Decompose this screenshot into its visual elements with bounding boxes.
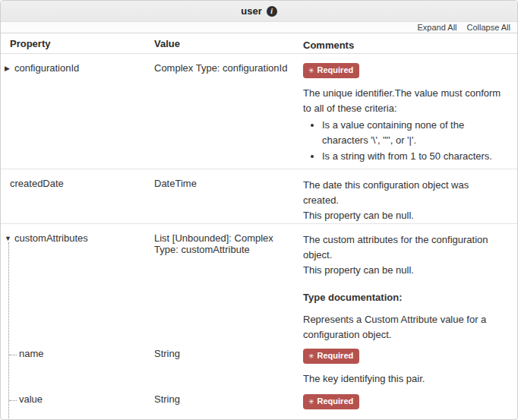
value-cell: String	[153, 343, 303, 388]
property-nullable-note: This property can be null.	[303, 208, 505, 223]
collapse-all-link[interactable]: Collapse All	[467, 23, 510, 32]
property-description: The key identifying this pair.	[303, 371, 505, 387]
comments-cell: The date this configuration object was c…	[303, 169, 517, 223]
property-cell: ▶configurationId	[1, 54, 153, 169]
table-row-customAttributes: ▼customAttributes List [Unbounded]: Comp…	[1, 224, 517, 343]
asterisk-icon: ✳	[308, 398, 314, 406]
table-header-row: Property Value Comments	[1, 33, 517, 54]
tree-branch-line	[9, 400, 17, 401]
table-row-name: name String ✳Required The key identifyin…	[1, 343, 517, 388]
criteria-list: Is a value containing none of the charac…	[307, 118, 505, 164]
property-description: The custom attributes for the configurat…	[303, 232, 505, 263]
tree-connector-line	[8, 242, 9, 420]
comments-cell: ✳Required The key identifying this pair.	[303, 343, 517, 388]
asterisk-icon: ✳	[308, 67, 314, 74]
type-documentation-text: Represents a Custom Attribute value for …	[303, 312, 505, 343]
required-badge: ✳Required	[303, 394, 359, 409]
comments-cell: ✳Required The unique identifier.The valu…	[303, 54, 517, 169]
table-row-configurationId: ▶configurationId Complex Type: configura…	[1, 54, 517, 169]
value-cell: DateTime	[153, 169, 303, 223]
schema-table-panel: user i Expand All Collapse All Property …	[0, 0, 518, 420]
table-row-createdDate: createdDate DateTime The date this confi…	[1, 169, 517, 224]
property-description: The value of this pair.	[303, 417, 505, 420]
value-cell: Complex Type: configurationId	[153, 54, 303, 169]
column-header-comments: Comments	[303, 33, 517, 53]
property-description: The date this configuration object was c…	[303, 178, 505, 208]
panel-titlebar: user i	[1, 1, 517, 22]
property-nullable-note: This property can be null.	[303, 263, 505, 278]
asterisk-icon: ✳	[308, 352, 314, 360]
comments-cell: The custom attributes for the configurat…	[303, 224, 517, 343]
property-cell: createdDate	[1, 169, 153, 223]
expand-toggle-icon[interactable]: ▼	[5, 235, 14, 242]
property-name: createdDate	[10, 178, 64, 189]
comments-cell: ✳Required The value of this pair.	[303, 388, 517, 420]
customAttributes-group: ▼customAttributes List [Unbounded]: Comp…	[1, 224, 517, 420]
criteria-item: Is a value containing none of the charac…	[322, 118, 505, 148]
info-icon[interactable]: i	[267, 6, 277, 17]
column-header-property: Property	[1, 33, 153, 53]
property-name: configurationId	[14, 62, 79, 74]
table-controls: Expand All Collapse All	[1, 22, 517, 33]
panel-title: user	[241, 5, 261, 17]
required-badge: ✳Required	[303, 349, 359, 364]
property-cell: ▼customAttributes	[1, 224, 153, 343]
property-description: The unique identifier.The value must con…	[303, 86, 505, 116]
table-row-value: value String ✳Required The value of this…	[1, 388, 517, 420]
expand-all-link[interactable]: Expand All	[418, 23, 457, 32]
column-header-value: Value	[153, 33, 303, 53]
property-name: value	[19, 393, 43, 405]
criteria-item: Is a string with from 1 to 50 characters…	[322, 149, 505, 164]
property-cell: value	[1, 388, 153, 420]
value-cell: List [Unbounded]: Complex Type: customAt…	[153, 224, 303, 343]
collapse-toggle-icon[interactable]: ▶	[5, 65, 14, 72]
type-documentation-heading: Type documentation:	[303, 290, 505, 305]
tree-branch-line	[9, 355, 17, 355]
required-badge: ✳Required	[303, 63, 359, 78]
property-name: customAttributes	[14, 232, 88, 244]
value-cell: String	[153, 388, 303, 420]
property-name: name	[19, 348, 44, 359]
property-cell: name	[1, 343, 153, 388]
